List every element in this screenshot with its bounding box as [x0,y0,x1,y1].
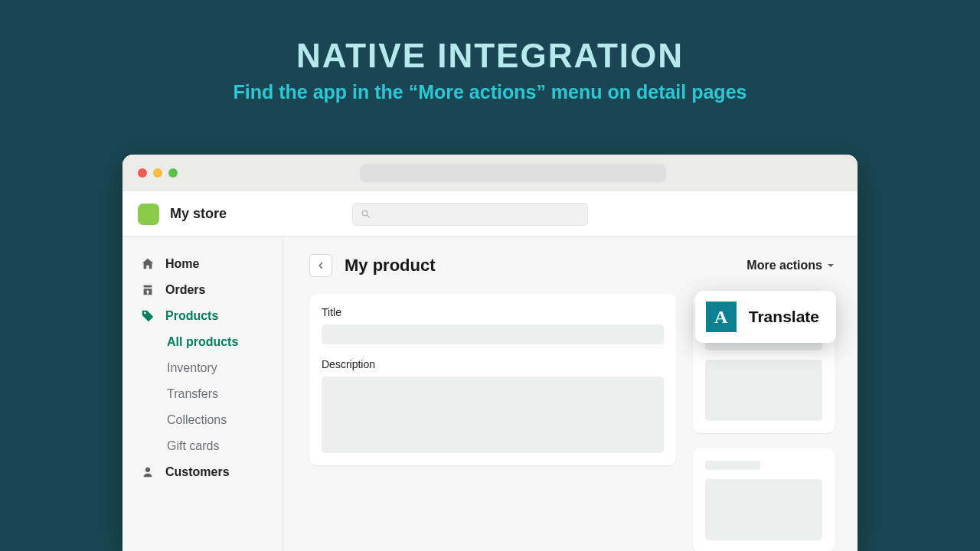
sidebar-subitem-gift-cards[interactable]: Gift cards [122,433,283,459]
window-close-icon[interactable] [138,168,147,178]
tag-icon [141,309,155,323]
placeholder-block [705,479,822,540]
more-actions-popover-translate[interactable]: A Translate [695,291,836,343]
app-topbar: My store [122,191,858,237]
address-bar-placeholder[interactable] [360,164,666,182]
app-shell: My store Home Orders Products All [122,191,858,551]
store-name: My store [170,206,227,222]
sidebar-item-home[interactable]: Home [122,251,283,277]
home-icon [141,257,155,271]
side-card-2 [693,448,835,551]
title-input-placeholder[interactable] [322,324,664,344]
nav-label: Orders [165,283,205,297]
sidebar-item-orders[interactable]: Orders [122,277,283,303]
product-form-card: Title Description [309,294,676,465]
search-input[interactable] [352,203,588,226]
nav-label: Customers [165,465,230,479]
placeholder-block [705,360,822,421]
store-logo [138,204,159,225]
sidebar-subitem-transfers[interactable]: Transfers [122,381,283,407]
description-input-placeholder[interactable] [322,377,664,453]
sidebar-subitem-collections[interactable]: Collections [122,407,283,433]
sidebar-subitem-all-products[interactable]: All products [122,329,283,355]
sidebar-item-products[interactable]: Products [122,303,283,329]
back-button[interactable] [309,254,332,277]
main-content: My product More actions Title [283,237,858,551]
page-title: My product [345,256,436,276]
nav-label: Home [165,257,199,271]
nav-label: Products [165,309,218,323]
orders-icon [141,283,155,297]
title-field-label: Title [322,306,664,318]
description-field-label: Description [322,358,664,370]
caret-down-icon [827,262,835,269]
translate-app-icon: A [706,302,737,332]
browser-chrome-bar [122,155,858,191]
browser-window: My store Home Orders Products All [122,155,858,551]
more-actions-button[interactable]: More actions [746,259,835,272]
window-zoom-icon[interactable] [168,168,178,178]
sidebar-subitem-inventory[interactable]: Inventory [122,355,283,381]
hero-subtitle: Find the app in the “More actions” menu … [0,81,980,103]
more-actions-label: More actions [746,259,822,272]
sidebar-item-customers[interactable]: Customers [122,459,283,485]
window-minimize-icon[interactable] [153,168,162,178]
arrow-left-icon [315,260,326,271]
translate-action-label: Translate [749,308,819,326]
customer-icon [141,465,155,479]
search-icon [361,209,371,220]
hero-title: NATIVE INTEGRATION [0,37,980,75]
placeholder-line [705,461,760,470]
sidebar: Home Orders Products All products Invent… [122,237,283,551]
